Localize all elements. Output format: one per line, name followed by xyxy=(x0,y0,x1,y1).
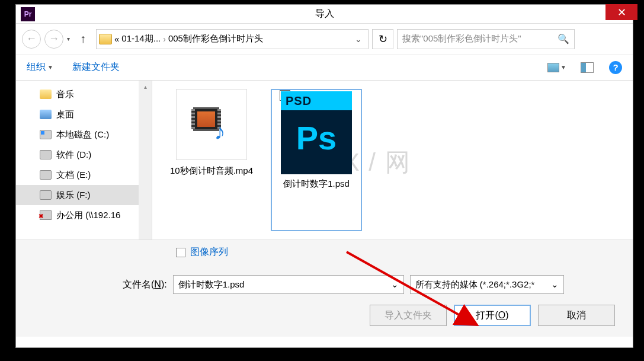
drive-icon xyxy=(40,170,52,180)
sidebar-item[interactable]: 软件 (D:) xyxy=(16,145,152,165)
folder-icon xyxy=(99,34,112,44)
forward-button[interactable]: → xyxy=(44,30,63,49)
filetype-filter[interactable]: 所有支持的媒体 (*.264;*.3G2;*⌄ xyxy=(410,275,564,294)
file-label: 10秒倒计时音频.mp4 xyxy=(164,165,259,177)
search-icon: 🔍 xyxy=(558,33,569,44)
drive-icon xyxy=(40,150,52,159)
open-button[interactable]: 打开(O) xyxy=(454,305,531,326)
import-dialog: Pr 导入 ✕ ← → ▾ ↑ « 01-14期... › 005制作彩色倒计时… xyxy=(15,4,633,348)
view-mode-button[interactable]: ▼ xyxy=(547,63,566,72)
image-sequence-label: 图像序列 xyxy=(190,246,228,258)
breadcrumb-current[interactable]: 005制作彩色倒计时片头 xyxy=(168,33,263,44)
sidebar-item-label: 桌面 xyxy=(56,109,74,120)
chevron-down-icon[interactable]: ⌄ xyxy=(551,279,559,290)
breadcrumb[interactable]: « 01-14期... › 005制作彩色倒计时片头 ⌄ xyxy=(96,29,369,49)
drive-icon xyxy=(40,190,52,200)
organize-menu[interactable]: 组织▼ xyxy=(27,61,53,74)
sidebar-item[interactable]: 音乐 xyxy=(16,84,152,104)
sidebar-item-label: 娱乐 (F:) xyxy=(56,190,91,201)
navbar: ← → ▾ ↑ « 01-14期... › 005制作彩色倒计时片头 ⌄ ↻ 搜… xyxy=(16,24,633,55)
file-item-video[interactable]: 10秒倒计时音频.mp4 xyxy=(164,89,259,231)
scroll-up-icon[interactable]: ▴ xyxy=(139,81,152,92)
sidebar-item-label: 音乐 xyxy=(56,89,74,100)
file-item-psd-selected[interactable]: ✓ PSD Ps 倒计时数字1.psd xyxy=(271,89,362,231)
filename-label: 文件名(N): xyxy=(123,279,167,291)
sidebar-item[interactable]: 桌面 xyxy=(16,104,152,124)
cancel-button[interactable]: 取消 xyxy=(538,305,615,326)
scrollbar[interactable]: ▴ xyxy=(139,81,152,239)
lower-panel: 图像序列 文件名(N): 倒计时数字1.psd⌄ 所有支持的媒体 (*.264;… xyxy=(16,239,633,337)
file-content[interactable]: 下载 X / 网 10秒倒计时音频.mp4 ✓ PSD Ps 倒计时数字1.ps… xyxy=(152,81,633,239)
up-button[interactable]: ↑ xyxy=(73,30,92,49)
breadcrumb-sep-icon: › xyxy=(163,34,166,44)
psd-thumb: ✓ PSD Ps xyxy=(281,91,352,174)
drive-icon xyxy=(40,130,52,139)
search-input[interactable]: 搜索"005制作彩色倒计时片头" 🔍 xyxy=(397,29,575,49)
import-folder-button[interactable]: 导入文件夹 xyxy=(370,305,447,326)
breadcrumb-parent[interactable]: 01-14期... xyxy=(121,33,161,44)
back-button[interactable]: ← xyxy=(22,30,41,49)
help-icon[interactable]: ? xyxy=(609,61,622,74)
titlebar: Pr 导入 ✕ xyxy=(16,5,633,24)
sidebar-item-label: 软件 (D:) xyxy=(56,149,91,161)
sidebar-item[interactable]: 娱乐 (F:) xyxy=(16,185,152,205)
sidebar-item[interactable]: 本地磁盘 (C:) xyxy=(16,124,152,145)
window-title: 导入 xyxy=(315,8,334,20)
drive-icon xyxy=(40,110,52,119)
app-icon: Pr xyxy=(21,7,35,21)
history-dropdown[interactable]: ▾ xyxy=(67,36,70,42)
newfolder-button[interactable]: 新建文件夹 xyxy=(72,61,120,74)
psd-ps-icon: Ps xyxy=(296,119,337,157)
sidebar-item-label: 文档 (E:) xyxy=(56,170,91,181)
search-placeholder: 搜索"005制作彩色倒计时片头" xyxy=(402,33,521,44)
filename-input[interactable]: 倒计时数字1.psd⌄ xyxy=(173,275,404,294)
preview-pane-button[interactable] xyxy=(581,62,594,73)
sidebar-item-label: 办公用 (\\192.16 xyxy=(56,210,120,221)
main-area: ▴ 音乐桌面本地磁盘 (C:)软件 (D:)文档 (E:)娱乐 (F:)办公用 … xyxy=(16,81,633,239)
drive-icon xyxy=(40,210,52,220)
breadcrumb-prefix: « xyxy=(114,34,119,44)
breadcrumb-dropdown[interactable]: ⌄ xyxy=(351,34,366,44)
close-button[interactable]: ✕ xyxy=(605,4,637,20)
psd-badge: PSD xyxy=(281,91,352,110)
sidebar: ▴ 音乐桌面本地磁盘 (C:)软件 (D:)文档 (E:)娱乐 (F:)办公用 … xyxy=(16,81,152,239)
video-thumb xyxy=(176,89,247,160)
file-label: 倒计时数字1.psd xyxy=(273,178,360,190)
drive-icon xyxy=(40,90,52,99)
toolbar: 组织▼ 新建文件夹 ▼ ? xyxy=(16,55,633,81)
sidebar-item[interactable]: 办公用 (\\192.16 xyxy=(16,205,152,225)
image-sequence-checkbox[interactable] xyxy=(176,248,185,257)
sidebar-item[interactable]: 文档 (E:) xyxy=(16,165,152,185)
chevron-down-icon[interactable]: ⌄ xyxy=(391,279,399,290)
sidebar-item-label: 本地磁盘 (C:) xyxy=(56,129,109,140)
refresh-button[interactable]: ↻ xyxy=(372,29,393,49)
